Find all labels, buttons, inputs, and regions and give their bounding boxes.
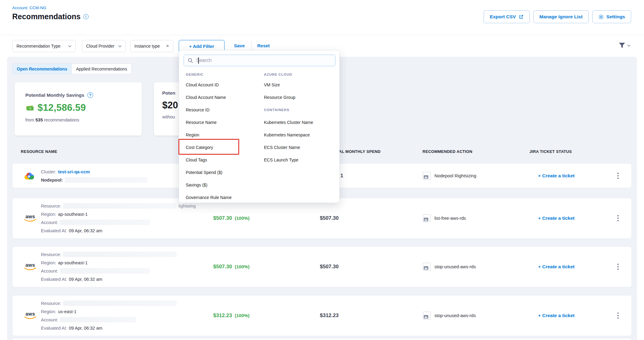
nodepool-label: Nodepool: — [41, 177, 63, 183]
menu-item-resource-id[interactable]: Resource ID — [185, 103, 258, 116]
savings-amount: $12,586.59 — [38, 102, 86, 113]
section-heading: CONTAINERS — [263, 103, 333, 116]
search-field[interactable] — [184, 55, 335, 66]
redacted-value — [60, 220, 150, 225]
potential-monthly-savings-card: Potential Monthly Savings ? $12,586.59 f… — [15, 82, 142, 136]
table-row[interactable]: aws Resource: Region: ap-southeast-1 Acc… — [12, 246, 632, 287]
menu-item-vm-size[interactable]: VM Size — [263, 78, 333, 91]
top-bar: Account: CCM-NG Recommendations i Export… — [0, 0, 644, 35]
menu-item-savings[interactable]: Savings ($) — [185, 179, 258, 191]
column-header-resource-name: RESOURCE NAME — [21, 149, 57, 154]
broken-image-icon — [423, 312, 431, 320]
row-menu-icon[interactable] — [616, 172, 620, 180]
evaluated-at-value: 09 Apr, 06:32 am — [69, 276, 102, 282]
info-icon[interactable]: i — [83, 14, 89, 19]
cluster-link[interactable]: test-sri-qa-ccm — [58, 168, 90, 175]
settings-button[interactable]: Settings — [592, 10, 631, 23]
broken-image-icon — [423, 214, 431, 222]
create-ticket-link[interactable]: + Create a ticket — [526, 173, 587, 179]
table-row[interactable]: aws Resource: Region: us-east-1 Account:… — [12, 295, 632, 336]
menu-item-resource-name[interactable]: Resource Name — [185, 116, 258, 128]
tab-open-recommendations[interactable]: Open Recommendations — [13, 64, 71, 74]
create-ticket-link[interactable]: + Create a ticket — [526, 264, 587, 269]
redacted-value — [65, 177, 147, 183]
filter-chip-cloud-provider[interactable]: Cloud Provider — [82, 40, 126, 52]
redacted-value — [63, 301, 177, 306]
recommendations-tabs: Open Recommendations Applied Recommendat… — [12, 63, 132, 74]
cluster-label: Cluster: — [41, 168, 56, 175]
text-caret — [198, 57, 199, 64]
save-filter-link[interactable]: Save — [234, 43, 245, 48]
gcp-icon — [24, 172, 34, 180]
row-menu-icon[interactable] — [616, 214, 620, 222]
menu-item-ecs-launch-type[interactable]: ECS Launch Type — [263, 154, 333, 166]
recommendation-count: 535 — [35, 118, 43, 122]
redacted-value — [63, 203, 177, 209]
row-menu-icon[interactable] — [616, 311, 620, 320]
menu-item-potential-spend[interactable]: Potential Spend ($) — [185, 166, 258, 179]
redacted-value — [63, 252, 177, 257]
monthly-savings-value: $507.30 — [213, 264, 232, 270]
menu-item-region[interactable]: Region — [185, 128, 258, 141]
export-csv-button[interactable]: Export CSV — [484, 10, 529, 23]
menu-item-governance-rule-name[interactable]: Governance Rule Name — [185, 191, 258, 204]
region-label: Region: — [41, 260, 56, 266]
menu-item-kubernetes-namespace[interactable]: Kubernetes Namespace — [263, 128, 333, 141]
recommended-action: stop-unused-aws-rds — [434, 264, 476, 269]
remove-filter-icon[interactable]: × — [166, 44, 169, 49]
monthly-spend-fragment: 1 — [340, 173, 343, 179]
menu-item-resource-group[interactable]: Resource Group — [263, 91, 333, 103]
funnel-icon — [619, 42, 625, 49]
row-menu-icon[interactable] — [616, 262, 620, 271]
spend-amount-fragment: $20 — [162, 100, 180, 111]
breadcrumb[interactable]: Account: CCM-NG — [12, 5, 46, 10]
section-heading: AZURE CLOUD — [263, 71, 333, 78]
menu-item-ecs-cluster-name[interactable]: ECS Cluster Name — [263, 141, 333, 154]
table-row[interactable]: aws Resource: lightwing Region: ap-south… — [12, 198, 632, 239]
column-header-recommended-action: RECOMMENDED ACTION — [423, 149, 472, 154]
table-row — [12, 338, 632, 340]
create-ticket-link[interactable]: + Create a ticket — [526, 313, 587, 318]
redacted-value — [60, 268, 150, 274]
resource-label: Resource: — [41, 203, 61, 209]
page-title: Recommendations — [12, 12, 81, 21]
filter-panel-toggle[interactable] — [619, 42, 631, 49]
divider — [251, 41, 251, 51]
menu-item-cloud-account-name[interactable]: Cloud Account Name — [185, 91, 258, 103]
menu-item-kubernetes-cluster-name[interactable]: Kubernetes Cluster Name — [263, 116, 333, 128]
section-heading: GENERIC — [185, 71, 258, 78]
region-value: us-east-1 — [58, 309, 76, 315]
evaluated-at-label: Evaluated At: — [41, 228, 67, 234]
evaluated-at-value: 09 Apr, 06:32 am — [69, 228, 102, 234]
menu-item-cloud-account-id[interactable]: Cloud Account ID — [185, 78, 258, 91]
help-icon[interactable]: ? — [87, 92, 93, 98]
savings-subtext: from 535 recommendations — [25, 118, 142, 122]
evaluated-at-label: Evaluated At: — [41, 276, 67, 282]
broken-image-icon — [423, 172, 431, 180]
chevron-down-icon — [118, 45, 122, 47]
external-link-icon — [519, 14, 524, 19]
column-header-monthly-spend: AL MONTHLY SPEND — [339, 149, 381, 154]
region-value: ap-southeast-1 — [58, 260, 88, 266]
menu-item-cost-category[interactable]: Cost Category — [185, 141, 258, 154]
recommended-action: list-free-aws-rds — [434, 216, 466, 221]
chevron-down-icon — [627, 45, 631, 47]
evaluated-at-value: 09 Apr, 06:32 am — [69, 325, 102, 331]
aws-icon: aws — [24, 312, 36, 320]
menu-item-cloud-tags[interactable]: Cloud Tags — [185, 154, 258, 166]
filter-chip-instance-type[interactable]: Instance type × — [130, 40, 173, 52]
filter-chip-recommendation-type[interactable]: Recommendation Type — [12, 40, 76, 52]
recommended-action: Nodepool Rightsizing — [434, 173, 476, 178]
gear-icon — [598, 14, 604, 20]
create-ticket-link[interactable]: + Create a ticket — [526, 215, 587, 221]
aws-icon: aws — [24, 263, 36, 271]
tab-applied-recommendations[interactable]: Applied Recommendations — [71, 64, 131, 74]
account-label: Account: — [41, 219, 58, 226]
manage-ignore-list-button[interactable]: Manage Ignore List — [533, 10, 589, 23]
resource-label: Resource: — [41, 251, 61, 258]
monthly-savings-value: $312.23 — [213, 313, 232, 319]
aws-icon: aws — [24, 214, 36, 222]
account-label: Account: — [41, 317, 58, 323]
search-input[interactable] — [196, 58, 318, 63]
reset-filter-link[interactable]: Reset — [257, 43, 270, 48]
